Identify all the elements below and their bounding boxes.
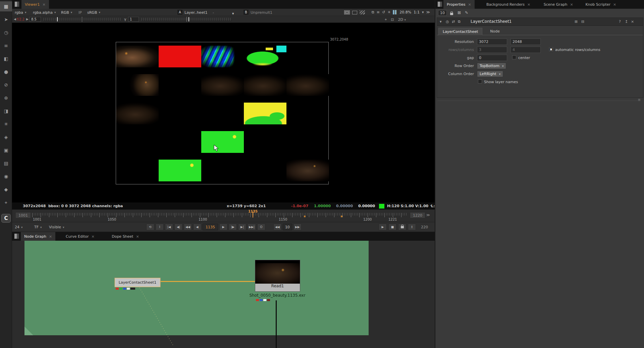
wipe-icon[interactable] bbox=[360, 10, 365, 14]
panel-corner-icon[interactable] bbox=[14, 1, 19, 7]
auto-rows-columns-checkbox[interactable]: ✖ bbox=[549, 47, 553, 51]
close-all-panels-icon[interactable]: ⊠ bbox=[458, 10, 461, 15]
gamma-slider[interactable] bbox=[142, 18, 231, 21]
center-checkbox[interactable] bbox=[512, 55, 516, 59]
range-end-field[interactable]: 1220 bbox=[410, 212, 425, 218]
panel-corner-icon[interactable] bbox=[14, 233, 19, 239]
gain-prev-arrow[interactable]: ◀ bbox=[14, 17, 16, 21]
chevron-down-icon[interactable]: ▾ bbox=[232, 11, 234, 16]
refresh-icon[interactable]: ↺ bbox=[382, 10, 385, 14]
prev-keyframe-button[interactable]: ◀| bbox=[174, 224, 182, 230]
in-point-button[interactable]: I bbox=[156, 224, 164, 230]
gain-next-arrow[interactable]: ▶ bbox=[26, 17, 29, 21]
node-graph-canvas[interactable]: LayerContactSheet1 Read1 Shot_0050_beaut… bbox=[12, 241, 435, 348]
range-start-field[interactable]: 1001 bbox=[15, 212, 31, 218]
gap-field[interactable]: 0 bbox=[477, 55, 507, 61]
tab-dope-sheet[interactable]: Dope Sheet× bbox=[108, 232, 142, 241]
transform-tools-icon[interactable]: ◨ bbox=[0, 106, 12, 116]
other-tools-icon[interactable]: ⌖ bbox=[0, 197, 12, 208]
metadata-tools-icon[interactable]: ◉ bbox=[0, 171, 12, 181]
goto-start-button[interactable]: |◀ bbox=[165, 224, 173, 230]
zoom-menu-arrow[interactable]: ▾ bbox=[422, 10, 424, 14]
close-icon[interactable]: × bbox=[92, 234, 95, 239]
max-panels-field[interactable]: 10 bbox=[438, 10, 447, 16]
switch-icon[interactable]: ⇄ bbox=[452, 19, 455, 24]
show-layer-names-checkbox[interactable] bbox=[478, 79, 482, 83]
goto-end-button[interactable]: ▶▶| bbox=[248, 224, 256, 230]
proxy-toggle[interactable]: 1:1 bbox=[414, 10, 420, 14]
toolsets-icon[interactable]: ◆ bbox=[0, 184, 12, 194]
close-icon[interactable]: × bbox=[570, 2, 573, 7]
close-icon[interactable]: × bbox=[468, 2, 471, 7]
help-icon[interactable]: ? bbox=[619, 19, 621, 24]
lock-range-button[interactable] bbox=[398, 224, 406, 230]
ab-blend-dropdown[interactable]: - bbox=[213, 10, 214, 15]
node-color-icon[interactable]: ◎ bbox=[446, 19, 449, 24]
settings-icon[interactable]: ✳ bbox=[387, 10, 390, 14]
flipbook-button[interactable]: ▶ bbox=[379, 224, 387, 230]
select-tool-icon[interactable]: ➤ bbox=[0, 14, 12, 24]
view-mode-dropdown[interactable]: 2D ▾ bbox=[398, 17, 406, 22]
tab-knob-scripter[interactable]: Knob Scripter× bbox=[582, 0, 620, 9]
pause-icon[interactable]: ▌▌ bbox=[393, 10, 397, 14]
display-window-icon[interactable] bbox=[344, 10, 350, 14]
input-a-dropdown[interactable]: Layer..heet1 bbox=[184, 10, 207, 15]
colorspace-dropdown[interactable]: sRGB▾ bbox=[87, 10, 100, 15]
hide-input-icon[interactable]: ⊟ bbox=[581, 19, 584, 24]
expand-icon[interactable]: ⊡ bbox=[391, 17, 394, 22]
out-point-button[interactable]: O bbox=[257, 224, 265, 230]
viewer-canvas[interactable]: 3072,2048 bbox=[12, 23, 435, 202]
step-back-button[interactable]: ◀ bbox=[193, 224, 201, 230]
layer-dropdown[interactable]: rgba.alpha▾ bbox=[33, 10, 56, 15]
plugin-c-logo[interactable]: C bbox=[1, 214, 11, 223]
menu-icon[interactable]: ≡ bbox=[377, 10, 380, 14]
keyer-tools-icon[interactable]: ⊘ bbox=[0, 80, 12, 90]
input-b-dropdown[interactable]: Unpremult1 bbox=[251, 10, 272, 15]
close-icon[interactable]: × bbox=[613, 2, 616, 7]
resolution-height-field[interactable]: 2048 bbox=[511, 39, 541, 45]
loop-mode-button[interactable]: ⟲ bbox=[146, 224, 154, 230]
input-process-toggle[interactable]: IP bbox=[78, 10, 82, 15]
zoom-level[interactable]: 20.8% bbox=[399, 10, 411, 14]
collapse-icon[interactable]: ≫ bbox=[426, 10, 430, 14]
lock-panels-icon[interactable] bbox=[450, 11, 453, 16]
chevron-down-icon[interactable]: ▾ bbox=[430, 204, 432, 207]
filter-tools-icon[interactable]: ● bbox=[0, 67, 12, 77]
time-tools-icon[interactable]: ◷ bbox=[0, 27, 12, 38]
jump-forward-button[interactable]: ▶▶ bbox=[293, 224, 302, 230]
color-tools-icon[interactable]: ◧ bbox=[0, 54, 12, 64]
play-forward-button[interactable]: ▶ bbox=[219, 224, 227, 230]
row-order-dropdown[interactable]: TopBottom ▾ bbox=[477, 63, 506, 69]
close-icon[interactable]: × bbox=[49, 234, 52, 239]
close-icon[interactable]: × bbox=[527, 2, 530, 7]
monitor-icon[interactable]: ⧉ bbox=[458, 19, 461, 24]
threed-tools-icon[interactable]: ✳ bbox=[0, 119, 12, 129]
step-forward-button[interactable]: |▶ bbox=[229, 224, 237, 230]
next-keyframe-button[interactable]: ▶| bbox=[238, 224, 246, 230]
play-backward-button[interactable]: ◀◀ bbox=[184, 224, 192, 230]
columns-field[interactable]: 4 bbox=[511, 47, 541, 53]
tab-node-graph[interactable]: Node Graph× bbox=[21, 232, 55, 241]
channels-dropdown[interactable]: rgba▾ bbox=[15, 10, 26, 15]
rows-field[interactable]: 3 bbox=[477, 47, 507, 53]
stop-button[interactable]: ■ bbox=[388, 224, 396, 230]
edit-icon[interactable]: ✎ bbox=[465, 10, 468, 15]
panel-resize-grip[interactable]: ≣ bbox=[638, 98, 641, 102]
close-panel-icon[interactable]: × bbox=[631, 19, 634, 24]
collapse-icon[interactable]: ≫ bbox=[426, 213, 430, 217]
tab-scene-graph[interactable]: Scene Graph× bbox=[540, 0, 577, 9]
image-tools-icon[interactable]: ▦ bbox=[0, 1, 12, 11]
float-panel-icon[interactable]: ↥ bbox=[625, 19, 628, 24]
column-order-dropdown[interactable]: LeftRight ▾ bbox=[477, 71, 503, 77]
panel-corner-icon[interactable] bbox=[437, 1, 442, 7]
gamma-field[interactable]: 1 bbox=[128, 17, 139, 22]
display-style-dropdown[interactable]: RGB▾ bbox=[61, 10, 72, 15]
tab-background-renders[interactable]: Background Renders× bbox=[483, 0, 534, 9]
collapse-panel-icon[interactable]: ▾ bbox=[440, 19, 442, 24]
node-connection-wire[interactable] bbox=[160, 281, 255, 282]
timeline-ruler[interactable]: 100110501100115012001221 1135 bbox=[32, 210, 408, 222]
node-read1[interactable]: Read1 bbox=[255, 260, 300, 292]
tab-viewer1[interactable]: Viewer1 × bbox=[21, 0, 49, 9]
deep-tools-icon[interactable]: ▣ bbox=[0, 145, 12, 155]
resolution-width-field[interactable]: 3072 bbox=[477, 39, 507, 45]
